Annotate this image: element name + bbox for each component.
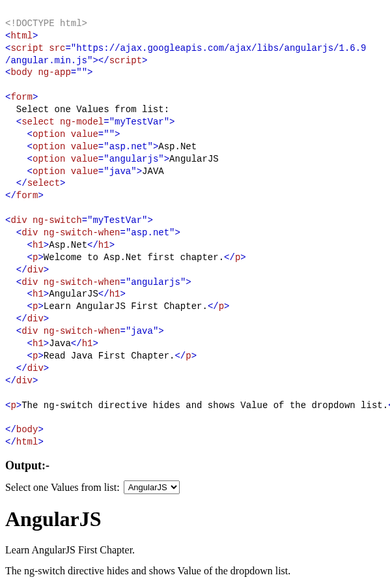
output-heading: AngularJS (5, 507, 385, 531)
doctype-line: <!DOCTYPE html> (5, 18, 87, 29)
output-paragraph-1: Learn AngularJS First Chapter. (5, 544, 385, 556)
select-label: Select one Values from list: (5, 482, 120, 493)
output-select-row: Select one Values from list: Asp.NetAngu… (5, 480, 385, 494)
output-section: Output:- Select one Values from list: As… (5, 459, 385, 577)
output-paragraph-2: The ng-switch directive hides and shows … (5, 565, 385, 577)
output-label: Output:- (5, 459, 385, 473)
values-dropdown[interactable]: Asp.NetAngularJSJAVA (124, 480, 180, 494)
code-block: <!DOCTYPE html> <html> <script src="http… (5, 5, 385, 448)
